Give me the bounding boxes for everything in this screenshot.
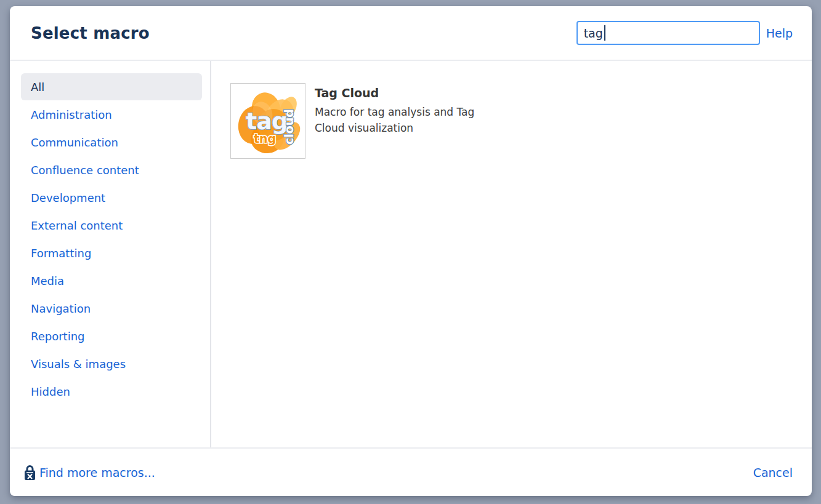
dialog-header: Select macro Help [10,6,812,61]
sidebar-item-all[interactable]: All [21,73,202,100]
sidebar-item-label[interactable]: External content [10,219,210,232]
sidebar-item-media[interactable]: Media [10,267,210,295]
macro-list-item-tag-cloud[interactable]: tag tng cloud Tag Cloud Macro for tag an… [230,83,799,159]
dialog-body: All Administration Communication Conflue… [10,61,812,447]
macro-description: Macro for tag analysis and Tag Cloud vis… [315,104,474,136]
sidebar-item-label[interactable]: Navigation [10,302,210,315]
sidebar-item-formatting[interactable]: Formatting [10,239,210,267]
sidebar-item-label[interactable]: Formatting [10,247,210,260]
find-more-macros-link[interactable]: Find more macros... [23,464,155,481]
tag-cloud-macro-icon: tag tng cloud [230,83,305,159]
help-link[interactable]: Help [766,26,793,40]
sidebar-item-label[interactable]: Confluence content [10,164,210,177]
page-backdrop: { "dialog": { "title": "Select macro", "… [0,0,821,504]
tag-cloud-icon: tag tng cloud [235,88,301,154]
sidebar-item-label[interactable]: Reporting [10,330,210,343]
sidebar-item-external-content[interactable]: External content [10,212,210,239]
select-macro-dialog: Select macro Help All Administration Com… [10,6,812,496]
find-more-macros-label[interactable]: Find more macros... [39,466,155,479]
text-caret [604,25,605,41]
macro-description-line1: Macro for tag analysis and Tag [315,106,474,118]
sidebar-item-label[interactable]: Communication [10,136,210,149]
sidebar-item-hidden[interactable]: Hidden [10,378,210,406]
page-title: Select macro [31,24,150,42]
search-field-wrapper [576,21,760,45]
category-sidebar: All Administration Communication Conflue… [10,61,211,447]
sidebar-item-navigation[interactable]: Navigation [10,295,210,322]
sidebar-item-reporting[interactable]: Reporting [10,322,210,350]
macro-results-panel: tag tng cloud Tag Cloud Macro for tag an… [211,61,812,447]
sidebar-item-communication[interactable]: Communication [10,129,210,156]
sidebar-item-visuals-images[interactable]: Visuals & images [10,350,210,378]
category-list: All Administration Communication Conflue… [10,73,210,406]
sidebar-item-label[interactable]: Hidden [10,385,210,398]
macro-description-line2: Cloud visualization [315,122,413,134]
macro-text-block: Tag Cloud Macro for tag analysis and Tag… [315,83,474,136]
icon-word-cloud: cloud [282,109,296,145]
sidebar-item-development[interactable]: Development [10,184,210,212]
icon-word-tag: tag [246,108,288,135]
cancel-button[interactable]: Cancel [753,466,793,479]
sidebar-item-confluence-content[interactable]: Confluence content [10,156,210,184]
sidebar-item-label[interactable]: Development [10,191,210,204]
sidebar-item-label[interactable]: Media [10,274,210,287]
sidebar-item-label[interactable]: Visuals & images [10,358,210,370]
macro-title: Tag Cloud [315,86,474,100]
sidebar-item-label[interactable]: All [21,81,202,94]
icon-word-tng: tng [254,132,276,145]
plugin-icon [23,464,36,481]
sidebar-item-administration[interactable]: Administration [10,101,210,129]
sidebar-item-label[interactable]: Administration [10,108,210,121]
dialog-footer: Find more macros... Cancel [10,447,812,496]
